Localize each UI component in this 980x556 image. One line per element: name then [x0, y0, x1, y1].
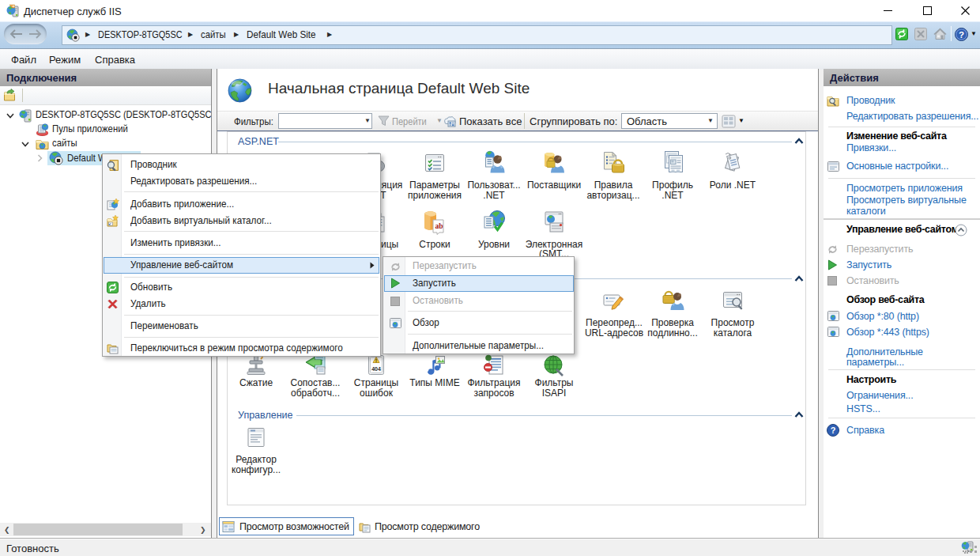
svg-text:?: ?	[831, 426, 836, 435]
svg-text:ab: ab	[435, 222, 443, 230]
svg-text:404: 404	[371, 366, 381, 372]
svg-text:?: ?	[959, 30, 964, 40]
